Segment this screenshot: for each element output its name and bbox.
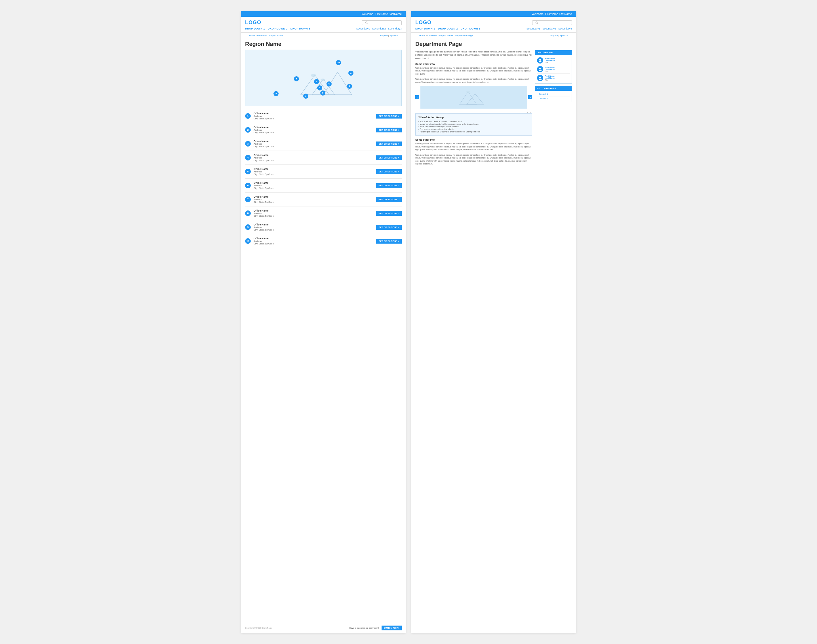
carousel-arrow-left[interactable]: < [415, 95, 419, 99]
list-item: Nullam quis risus eget urna mollis ornar… [418, 130, 529, 133]
map-marker-3[interactable]: 3 [314, 79, 319, 84]
sidebar-contacts-title: KEY CONTACTS [535, 86, 572, 91]
get-directions-btn-1[interactable]: GET DIRECTIONS [376, 114, 402, 118]
leader-3-title: Title [545, 79, 555, 81]
welcome-text-right: Welcome, FirstName LastName [531, 12, 572, 15]
header-nav-right: DROP DOWN 1 DROP DOWN 2 DROP DOWN 3 Seco… [415, 27, 572, 30]
secondary-3-left[interactable]: Secondary3 [388, 27, 402, 30]
leader-2-info: First Name Last Name Title [545, 66, 555, 72]
welcome-text-left: Welcome, FirstName LastName [361, 12, 402, 15]
dept-body-text-3: Working with us commodo cursus magna, ve… [415, 143, 532, 152]
list-item: porta sem malesuada magna mollis euismod… [418, 125, 529, 128]
breadcrumb-current-left: Region Name [269, 34, 283, 37]
breadcrumb-lang-row-left: Home › Locations › Region Name English |… [241, 32, 405, 39]
img-carousel: < > [415, 86, 532, 109]
site-header-left: LOGO DROP DOWN 1 DROP DOWN 2 DROP DOWN 3… [241, 17, 405, 32]
nav-item-3-right[interactable]: DROP DOWN 3 [461, 27, 481, 30]
map-marker-5[interactable]: 5 [273, 91, 279, 96]
leader-3-info: First Name Last Name Title [545, 75, 555, 81]
dept-main: Vestibulum id ligula porta felis euismod… [412, 49, 576, 633]
svg-point-0 [366, 21, 367, 23]
leader-1-info: First Name Last Name Title [545, 58, 555, 63]
list-item: 9 Office Name Address City, State Zip Co… [245, 220, 402, 234]
secondary-1-left[interactable]: Secondary1 [356, 27, 370, 30]
svg-line-8 [537, 23, 538, 23]
svg-point-14 [539, 68, 541, 69]
sidebar-contacts-content: Contact 1 Contact 1 [535, 91, 572, 102]
breadcrumb-locations-left[interactable]: Locations [257, 34, 267, 37]
dept-section-title-2: Some other info [415, 138, 532, 141]
logo-right: LOGO [415, 20, 432, 26]
lang-spanish-left[interactable]: Spanish [390, 34, 398, 37]
search-box-right[interactable] [532, 20, 572, 25]
breadcrumb-region-right[interactable]: Region Name [439, 34, 453, 37]
header-nav-left: DROP DOWN 1 DROP DOWN 2 DROP DOWN 3 Seco… [245, 27, 402, 30]
map-marker-9[interactable]: 9 [320, 90, 326, 95]
secondary-3-right[interactable]: Secondary3 [558, 27, 572, 30]
svg-point-6 [321, 78, 325, 81]
secondary-1-right[interactable]: Secondary1 [527, 27, 540, 30]
search-box-left[interactable] [362, 20, 402, 25]
dept-page-title: Department Page [412, 39, 576, 49]
svg-line-1 [367, 23, 368, 23]
list-item: 3 Office Name Address City, State Zip Co… [245, 137, 402, 151]
get-directions-btn-10[interactable]: GET DIRECTIONS [376, 239, 402, 244]
top-banner-right: Welcome, FirstName LastName [412, 11, 576, 17]
action-group-box: Title of Action Group Fusce dapibus, tel… [415, 113, 532, 135]
list-item: 1 Office Name Address City, State Zip Co… [245, 109, 402, 123]
get-directions-btn-6[interactable]: GET DIRECTIONS [376, 183, 402, 188]
breadcrumb-home-left[interactable]: Home [249, 34, 255, 37]
nav-item-1-left[interactable]: DROP DOWN 1 [245, 27, 265, 30]
search-icon-right [535, 21, 538, 24]
left-panel: Welcome, FirstName LastName LOGO DROP DO… [241, 11, 405, 633]
secondary-2-right[interactable]: Secondary2 [542, 27, 556, 30]
leader-1-name-last[interactable]: Last Name [545, 60, 555, 61]
map-marker-2[interactable]: 2 [303, 94, 309, 99]
carousel-arrow-right[interactable]: > [528, 95, 532, 99]
contact-link-1[interactable]: Contact 1 [537, 92, 570, 97]
nav-item-1-right[interactable]: DROP DOWN 1 [415, 27, 435, 30]
breadcrumb-locations-right[interactable]: Locations [427, 34, 437, 37]
avatar-icon-3 [538, 76, 542, 80]
action-group-list: Fusce dapibus, tellus ac cursus commodo,… [418, 120, 529, 133]
breadcrumb-home-right[interactable]: Home [419, 34, 425, 37]
get-directions-btn-9[interactable]: GET DIRECTIONS [376, 225, 402, 230]
lang-english-left[interactable]: English [380, 34, 387, 37]
get-directions-btn-7[interactable]: GET DIRECTIONS [376, 197, 402, 202]
map-marker-10[interactable]: 10 [336, 60, 341, 65]
nav-item-2-right[interactable]: DROP DOWN 2 [438, 27, 458, 30]
leader-2-name-last[interactable]: Last Name [545, 68, 555, 71]
list-item: 8 Office Name Address City, State Zip Co… [245, 207, 402, 220]
search-icon-left [365, 21, 368, 24]
lang-spanish-right[interactable]: Spanish [560, 34, 568, 37]
leader-3-name-last[interactable]: Last Name [545, 77, 555, 79]
loc-num-8: 8 [245, 210, 251, 216]
footer-button-left[interactable]: BUTTON TEXT [382, 626, 402, 630]
leader-2-name-first[interactable]: First Name [545, 66, 555, 68]
map-area-left[interactable]: 10 8 7 3 6 4 9 1 5 2 [245, 50, 402, 106]
loc-num-9: 9 [245, 224, 251, 230]
contact-link-2[interactable]: Contact 1 [537, 97, 570, 101]
list-item: 4 Office Name Address City, State Zip Co… [245, 151, 402, 165]
nav-item-3-left[interactable]: DROP DOWN 3 [290, 27, 310, 30]
map-marker-6[interactable]: 6 [327, 81, 332, 86]
get-directions-btn-3[interactable]: GET DIRECTIONS [376, 141, 402, 146]
panel-footer-left: Copyright ©XXXX Client Name Have a quest… [241, 623, 405, 633]
get-directions-btn-8[interactable]: GET DIRECTIONS [376, 211, 402, 216]
leader-3-name-first[interactable]: First Name [545, 75, 555, 77]
list-item: 7 Office Name Address City, State Zip Co… [245, 193, 402, 207]
get-directions-btn-5[interactable]: GET DIRECTIONS [376, 169, 402, 174]
loc-info-3: Office Name Address City, State Zip Code [253, 140, 373, 148]
map-marker-4[interactable]: 4 [317, 85, 322, 90]
secondary-2-left[interactable]: Secondary2 [372, 27, 386, 30]
nav-item-2-left[interactable]: DROP DOWN 2 [268, 27, 288, 30]
get-directions-btn-4[interactable]: GET DIRECTIONS [376, 155, 402, 160]
get-directions-btn-2[interactable]: GET DIRECTIONS [376, 127, 402, 132]
lang-english-right[interactable]: English [550, 34, 558, 37]
map-marker-7[interactable]: 7 [294, 76, 299, 81]
svg-point-17 [539, 78, 542, 80]
nav-left-left: DROP DOWN 1 DROP DOWN 2 DROP DOWN 3 [245, 27, 310, 30]
leader-1-name-first[interactable]: First Name [545, 58, 555, 60]
list-item: 6 Office Name Address City, State Zip Co… [245, 179, 402, 193]
map-marker-1[interactable]: 1 [347, 84, 352, 89]
